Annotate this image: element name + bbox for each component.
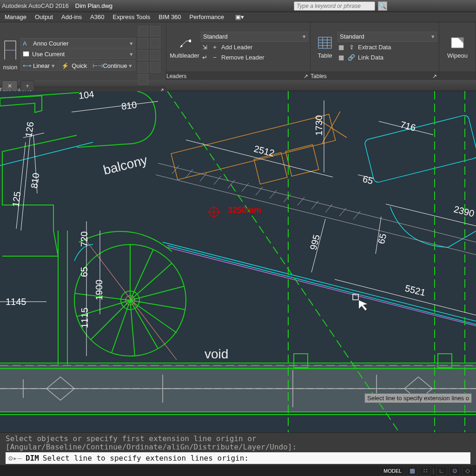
collect-icon: ↵ xyxy=(201,54,208,61)
svg-text:126: 126 xyxy=(23,121,35,138)
binoculars-icon[interactable]: 🔍 xyxy=(378,1,387,11)
ribbon-panel-leaders: Multileader Standard ⇲ + Add Leader ↵ − … xyxy=(166,22,311,80)
linear-button[interactable]: ⟷Linear xyxy=(20,60,58,71)
cursor-tooltip: Select line to specify extension lines o xyxy=(364,393,472,403)
dim-tool-button[interactable] xyxy=(150,38,160,48)
ribbon-panel-dimensions: nsion AAnno Courier Use Current ⟷Linear … xyxy=(0,22,166,80)
svg-line-65 xyxy=(16,142,26,229)
command-prompt: Select line to specify extension lines o… xyxy=(43,454,249,463)
table-icon xyxy=(317,35,332,50)
document-tab[interactable]: ✕ xyxy=(2,80,18,91)
wipeout-button[interactable]: Wipeou xyxy=(441,33,474,61)
menu-item[interactable]: Output xyxy=(35,13,53,20)
svg-line-52 xyxy=(325,204,332,212)
menu-item[interactable]: Express Tools xyxy=(112,13,150,20)
svg-text:1115: 1115 xyxy=(79,308,90,329)
menu-item[interactable]: Performance xyxy=(190,13,224,20)
panel-title xyxy=(439,72,476,80)
leader-style-dropdown[interactable]: Standard xyxy=(201,32,308,42)
dim-tool-button[interactable] xyxy=(138,62,148,73)
svg-line-19 xyxy=(167,245,476,324)
svg-rect-21 xyxy=(171,114,336,180)
ribbon-panel-tables: Table Standard ▦ ⇪ Extract Data ▦ 🔗 Link… xyxy=(311,22,439,80)
svg-text:125: 125 xyxy=(10,191,22,207)
svg-line-50 xyxy=(298,197,304,205)
command-gear-icon[interactable]: ⚙▸‒ xyxy=(8,454,22,463)
align-icon: ⇲ xyxy=(201,44,208,51)
iso-toggle[interactable]: ◇ xyxy=(462,466,473,476)
quick-button[interactable]: ⚡Quick xyxy=(59,60,89,71)
svg-text:1900: 1900 xyxy=(94,280,104,301)
dimension-icon xyxy=(3,39,18,62)
svg-line-75 xyxy=(335,279,476,315)
svg-line-18 xyxy=(163,242,476,321)
svg-text:1730: 1730 xyxy=(314,115,324,136)
add-leader-button[interactable]: ⇲ + Add Leader xyxy=(201,43,308,52)
cell-icon: ▦ xyxy=(337,44,345,51)
dimension-button[interactable]: nsion xyxy=(2,37,19,73)
link-icon: 🔗 xyxy=(348,54,355,61)
svg-text:65: 65 xyxy=(362,174,374,186)
svg-point-6 xyxy=(189,40,191,42)
extract-data-button[interactable]: ▦ ⇪ Extract Data xyxy=(337,43,437,52)
menu-expand-icon[interactable]: ▣▾ xyxy=(235,13,244,20)
close-icon[interactable]: ✕ xyxy=(7,83,12,89)
multileader-button[interactable]: Multileader xyxy=(168,33,201,61)
menu-item[interactable]: Add-ins xyxy=(61,13,82,20)
svg-text:810: 810 xyxy=(121,99,138,112)
extract-icon: ⇪ xyxy=(348,44,355,51)
dim-tool-button[interactable] xyxy=(150,26,160,36)
text-style-dropdown[interactable]: AAnno Courier xyxy=(20,38,135,48)
new-tab-button[interactable]: + xyxy=(20,80,34,91)
status-bar: MODEL ▦ ∷ | ∟ ⊙ ◇ xyxy=(0,465,476,476)
grid-toggle[interactable]: ▦ xyxy=(407,466,418,476)
svg-text:104: 104 xyxy=(78,91,95,101)
svg-line-54 xyxy=(353,211,360,219)
command-input-line[interactable]: ⚙▸‒ DIM Select line to specify extension… xyxy=(6,452,470,464)
menu-item[interactable]: Manage xyxy=(5,13,26,20)
menu-item[interactable]: BIM 360 xyxy=(159,13,181,20)
dim-tool-button[interactable] xyxy=(138,50,148,60)
svg-text:65: 65 xyxy=(79,267,89,277)
remove-leader-button[interactable]: ↵ − Remove Leader xyxy=(201,53,308,62)
snap-toggle[interactable]: ∷ xyxy=(420,466,431,476)
model-toggle[interactable]: MODEL xyxy=(381,466,405,476)
menu-bar: Manage Output Add-ins A360 Express Tools… xyxy=(0,12,476,22)
svg-text:810: 810 xyxy=(29,172,41,189)
svg-text:720: 720 xyxy=(79,231,89,247)
wipeout-icon xyxy=(450,35,465,50)
remove-icon: − xyxy=(211,54,218,61)
command-history: Select objects or specify first extensio… xyxy=(6,435,470,451)
ortho-toggle[interactable]: ∟ xyxy=(436,466,447,476)
title-bar: Autodesk AutoCAD 2016 Dim Plan.dwg 🔍 xyxy=(0,0,476,12)
dim-tool-button[interactable] xyxy=(138,38,148,48)
table-button[interactable]: Table xyxy=(312,33,337,61)
search-input[interactable] xyxy=(294,1,375,11)
svg-text:void: void xyxy=(205,347,228,361)
continue-button[interactable]: ⊢⊣Continue xyxy=(90,60,135,71)
dim-tool-button[interactable] xyxy=(138,74,148,85)
drawing-area[interactable]: 104 810 126 810 125 720 65 1900 1115 114… xyxy=(0,91,476,454)
ribbon: nsion AAnno Courier Use Current ⟷Linear … xyxy=(0,22,476,80)
svg-line-66 xyxy=(21,135,30,231)
polar-toggle[interactable]: ⊙ xyxy=(449,466,460,476)
panel-title: Tables↗ xyxy=(311,72,439,80)
layer-dropdown[interactable]: Use Current xyxy=(20,49,135,59)
table-style-dropdown[interactable]: Standard xyxy=(337,32,437,42)
dim-tool-button[interactable] xyxy=(138,26,148,36)
svg-rect-23 xyxy=(285,145,319,176)
layer-icon xyxy=(23,51,29,57)
quick-icon: ⚡ xyxy=(61,62,69,69)
svg-marker-104 xyxy=(359,300,367,311)
link-data-button[interactable]: ▦ 🔗 Link Data xyxy=(337,53,437,62)
cell-icon: ▦ xyxy=(337,54,345,61)
menu-item[interactable]: A360 xyxy=(90,13,104,20)
active-command: DIM xyxy=(26,454,39,463)
add-icon: + xyxy=(211,44,218,51)
svg-rect-17 xyxy=(364,114,476,183)
dim-tool-button[interactable] xyxy=(150,50,160,60)
svg-text:995: 995 xyxy=(308,233,322,251)
svg-text:1145: 1145 xyxy=(6,297,26,307)
multileader-icon xyxy=(177,35,192,50)
dim-tool-button[interactable] xyxy=(150,62,160,73)
